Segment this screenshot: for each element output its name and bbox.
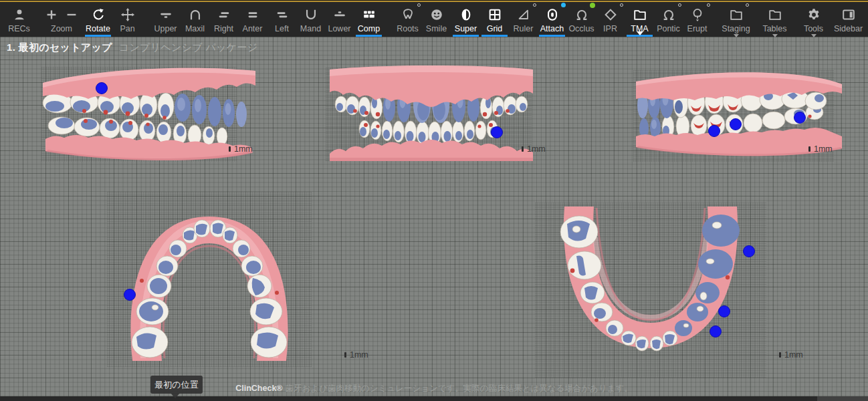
anterior-view[interactable] <box>324 65 538 162</box>
ruler-icon <box>516 7 531 22</box>
scale-bar-icon <box>229 146 231 152</box>
ring-badge <box>533 3 536 7</box>
attachment-marker[interactable] <box>709 126 720 137</box>
toolbar-item-label: Roots <box>397 24 419 34</box>
disclaimer-brand: ClinCheck® <box>235 384 282 393</box>
lines-right-icon <box>217 7 231 22</box>
folder-icon <box>729 7 744 22</box>
scale-label: 1mm <box>229 144 253 154</box>
gear-icon <box>806 7 821 22</box>
erupt-icon <box>690 7 705 22</box>
disclaimer-text: 歯牙および歯肉移動のシミュレーションです。実際の臨床結果とは異なる場合があります… <box>286 384 633 393</box>
toolbar-item-label: IPR <box>603 24 617 34</box>
toolbar-item-rotate[interactable]: Rotate <box>84 2 112 37</box>
zoom-out-icon <box>64 7 79 22</box>
ring-badge <box>746 3 749 7</box>
stage-title: 1. 最初のセットアップコンプリヘンシブ パッケージ <box>7 41 257 54</box>
toolbar-item-recs[interactable]: RECs <box>5 2 33 37</box>
smile-icon <box>429 7 444 22</box>
zoom-in-icon <box>44 7 59 22</box>
pan-icon <box>120 7 135 22</box>
toolbar-item-tables[interactable]: Tables <box>760 2 789 37</box>
toolbar-item-ruler[interactable]: Ruler <box>509 2 538 37</box>
toolbar-item-super[interactable]: Super <box>451 2 480 37</box>
staging-timeline-bar[interactable] <box>0 396 868 401</box>
toolbar-item-zoom[interactable]: Zoom <box>42 2 81 37</box>
toolbar-item-ipr[interactable]: IPR <box>596 2 625 37</box>
scale-bar-icon <box>808 146 810 152</box>
scale-label: 1mm <box>808 144 833 154</box>
clincheck-app: RECsZoomRotatePanUpperMaxilRightAnterLef… <box>0 0 868 401</box>
toolbar-item-comp[interactable]: Comp <box>354 2 383 37</box>
toolbar-item-label: Staging <box>722 24 750 34</box>
attachment-marker[interactable] <box>492 127 503 138</box>
lower-occlusal-view[interactable] <box>535 197 766 374</box>
upper-occlusal-view[interactable] <box>107 192 312 367</box>
toolbar-item-erupt[interactable]: Erupt <box>683 2 712 37</box>
toolbar-item-label: Mand <box>300 24 321 34</box>
scale-bar-icon <box>522 146 524 152</box>
scale-label: 1mm <box>344 350 368 360</box>
timeline-segment[interactable] <box>817 396 868 401</box>
active-underline <box>85 35 111 37</box>
toolbar-item-mand[interactable]: Mand <box>296 2 325 37</box>
active-underline <box>539 35 565 37</box>
attachments-icon <box>545 7 560 22</box>
toolbar-item-label: Maxil <box>185 24 205 34</box>
sidebar-icon <box>841 7 856 22</box>
toolbar-item-anter[interactable]: Anter <box>238 2 267 37</box>
toolbar-item-label: Erupt <box>687 24 708 34</box>
toolbar-item-sidebar[interactable]: Sidebar <box>834 2 863 37</box>
toolbar-item-label: Zoom <box>51 24 72 34</box>
occlusion-tooth-icon <box>574 7 589 22</box>
stage-tooltip-text: 最初の位置 <box>154 379 198 391</box>
disclaimer: ClinCheck®歯牙および歯肉移動のシミュレーションです。実際の臨床結果とは… <box>0 383 868 394</box>
attachment-marker[interactable] <box>124 289 136 301</box>
toolbar-item-upper[interactable]: Upper <box>151 2 180 37</box>
attachment-marker[interactable] <box>96 83 108 94</box>
ipr-icon <box>603 7 618 22</box>
right-buccal-view[interactable] <box>39 64 259 163</box>
attachment-marker[interactable] <box>710 326 722 338</box>
toolbar-item-left[interactable]: Left <box>267 2 296 37</box>
toolbar-item-lower[interactable]: Lower <box>325 2 354 37</box>
occlusal-upper-icon <box>158 7 173 22</box>
toolbar: RECsZoomRotatePanUpperMaxilRightAnterLef… <box>0 2 868 37</box>
toolbar-item-tools[interactable]: Tools <box>799 2 828 37</box>
toolbar-item-label: Comp <box>358 24 380 34</box>
toolbar-item-occlus[interactable]: Occlus <box>567 2 596 37</box>
toolbar-item-label: Occlus <box>568 24 594 34</box>
superimpose-icon <box>459 7 473 22</box>
viewport-3d[interactable]: 1. 最初のセットアップコンプリヘンシブ パッケージ <box>0 37 868 401</box>
toolbar-item-pontic[interactable]: Pontic <box>654 2 683 37</box>
toolbar-item-label: Rotate <box>86 24 110 34</box>
ring-badge <box>707 3 710 7</box>
window-top-accent <box>0 0 868 2</box>
attachment-marker[interactable] <box>794 112 806 124</box>
rotate-icon <box>91 7 106 22</box>
tooth-roots-icon <box>401 7 415 22</box>
lines-left-icon <box>275 7 290 22</box>
toolbar-item-tma[interactable]: TMA <box>625 2 654 37</box>
toolbar-item-grid[interactable]: Grid <box>480 2 509 37</box>
scale-label: 1mm <box>522 144 546 154</box>
lower-occlusal-model <box>535 197 766 374</box>
toolbar-item-label: RECs <box>8 24 30 34</box>
toolbar-item-label: Tools <box>804 24 823 34</box>
toolbar-item-staging[interactable]: Staging <box>722 2 750 37</box>
toolbar-item-smile[interactable]: Smile <box>422 2 451 37</box>
lines-anterior-icon <box>245 7 260 22</box>
blue-dot-badge <box>561 3 566 7</box>
toolbar-item-roots[interactable]: Roots <box>393 2 422 37</box>
toolbar-item-label: Super <box>455 24 477 34</box>
toolbar-item-right[interactable]: Right <box>209 2 238 37</box>
toolbar-item-attach[interactable]: Attach <box>538 2 566 37</box>
toolbar-item-maxil[interactable]: Maxil <box>181 2 209 37</box>
active-underline <box>356 35 382 37</box>
chevron-down-icon <box>734 34 739 37</box>
right-buccal-model <box>39 64 259 163</box>
attachment-marker[interactable] <box>744 246 755 257</box>
toolbar-item-pan[interactable]: Pan <box>113 2 142 37</box>
attachment-marker[interactable] <box>730 119 742 130</box>
attachment-marker[interactable] <box>719 306 730 317</box>
